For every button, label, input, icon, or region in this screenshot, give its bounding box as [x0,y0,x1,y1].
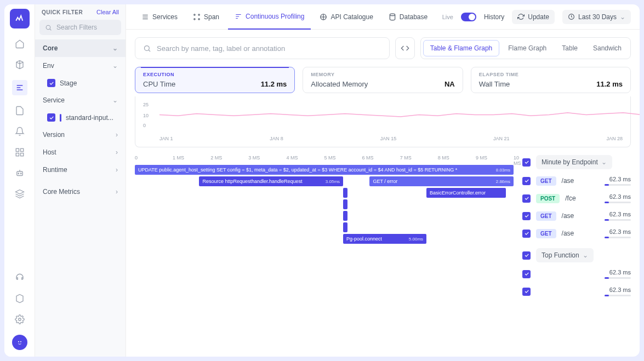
filter-section-core[interactable]: Core⌄ [35,39,126,57]
tab-database[interactable]: Database [382,4,434,30]
http-method-badge: POST [536,194,560,203]
svg-rect-0 [16,148,19,151]
grid-icon[interactable] [14,147,25,158]
right-panel: Minute by Endpoint⌄ GET/ase62.3 msPOST/f… [522,155,631,304]
endpoint-path: /fce [565,194,599,202]
bell-icon[interactable] [14,126,25,137]
card-execution[interactable]: EXECUTION CPU Time11.2 ms [135,67,295,93]
home-icon[interactable] [14,38,25,49]
tab-continuous-profiling[interactable]: Continuous Profiling [228,4,311,30]
svg-point-14 [198,18,200,19]
logo [10,9,30,28]
endpoint-item[interactable]: GET/ase62.3 ms [522,176,631,186]
checkbox-checked-icon[interactable] [522,194,531,203]
history-label: History [484,13,504,21]
clock-icon [568,13,575,20]
chevron-down-icon: ⌄ [112,96,118,104]
filter-section-version[interactable]: Version› [35,126,126,144]
checkbox-checked-icon[interactable] [522,251,531,260]
view-switcher: Table & Flame Graph Flame Graph Table Sa… [420,37,631,59]
endpoint-ms: 62.3 ms [609,176,631,182]
chevron-right-icon: › [116,148,118,156]
search-icon [143,44,151,53]
top-function-select[interactable]: Top Function⌄ [536,248,594,262]
card-memory[interactable]: MEMORY Allocated MemoryNA [303,67,463,93]
layers-icon[interactable] [14,188,25,199]
tab-span[interactable]: Span [186,4,226,30]
svg-point-5 [18,173,19,174]
endpoint-path: /ase [562,212,599,220]
code-button[interactable] [395,37,415,59]
chevron-down-icon: ⌄ [112,62,118,70]
minute-by-endpoint-select[interactable]: Minute by Endpoint⌄ [536,155,612,169]
document-icon[interactable] [14,105,25,116]
main-search-input[interactable]: Search by name, tag, label or annotation [135,37,390,59]
checkbox-checked-icon[interactable] [522,288,531,296]
headset-icon[interactable] [14,272,25,283]
checkbox-checked-icon[interactable] [522,230,531,238]
flame-bar[interactable]: UPDATE public.agent_host_setting SET con… [135,165,514,175]
flame-bar-small[interactable] [343,222,347,232]
quick-filter-title: QUICK FILTER [42,9,83,15]
view-sandwich[interactable]: Sandwich [586,41,628,56]
checkbox-checked-icon[interactable] [522,212,531,220]
nav-rail [4,4,35,357]
tab-api-catalogue[interactable]: API Catalogue [313,4,379,30]
function-label: 62.3 ms [536,269,631,279]
checkbox-checked-icon[interactable] [522,270,531,278]
time-axis: 01 MS2 MS3 MS4 MS5 MS6 MS7 MS8 MS9 MS10 … [135,155,514,162]
chevron-right-icon: › [116,166,118,174]
filter-section-host[interactable]: Host› [35,144,126,161]
flame-bar[interactable]: BasicErrorController.error [426,188,506,198]
date-range-button[interactable]: Last 30 Days⌄ [562,10,631,24]
function-item[interactable]: 62.3 ms [522,286,631,296]
flame-bar-small[interactable] [343,188,347,198]
view-flame[interactable]: Flame Graph [501,41,553,56]
svg-point-11 [194,14,195,15]
flame-bar-small[interactable] [343,199,347,209]
cube-icon[interactable] [14,59,25,70]
checkbox-checked-icon[interactable] [522,177,531,185]
search-icon [45,24,52,31]
flame-bar[interactable]: GET / error2.86ms [369,176,514,186]
svg-point-8 [18,341,19,342]
endpoint-item[interactable]: GET/ase62.3 ms [522,228,631,238]
package-icon[interactable] [14,293,25,304]
color-indicator [60,114,61,122]
avatar[interactable] [12,335,27,350]
filter-item-standard-input[interactable]: standard-input... [35,109,126,126]
view-table-flame[interactable]: Table & Flame Graph [423,40,499,56]
checkbox-checked-icon[interactable] [522,158,531,167]
flame-bar[interactable]: Resource httpRequesthandler.handleReques… [199,176,343,186]
filter-search-input[interactable]: Search Filters [39,20,121,35]
view-table[interactable]: Table [555,41,584,56]
update-button[interactable]: Update [512,10,555,24]
card-elapsed[interactable]: ELAPSED TIME Wall Time11.2 ms [471,67,631,93]
endpoint-item[interactable]: GET/ase62.3 ms [522,211,631,221]
filter-section-core-metrics[interactable]: Core Metrics› [35,183,126,200]
flame-bar-small[interactable] [343,211,347,221]
svg-point-9 [20,341,21,342]
progress-bar [605,295,631,296]
svg-point-18 [145,45,150,50]
sparkline-svg [159,102,640,127]
bot-icon[interactable] [14,168,25,179]
chevron-down-icon: ⌄ [601,158,607,166]
endpoint-ms: 62.3 ms [609,211,631,217]
endpoint-item[interactable]: POST/fce62.3 ms [522,193,631,203]
flame-bar[interactable]: Pg-pool.connect5.00ms [343,234,426,244]
function-item[interactable]: 62.3 ms [522,269,631,279]
list-icon[interactable] [12,80,27,95]
settings-icon[interactable] [14,314,25,325]
tab-services[interactable]: Services [135,4,184,30]
function-ms: 62.3 ms [609,286,631,293]
live-toggle[interactable] [461,13,476,21]
svg-point-16 [390,14,395,16]
progress-bar [605,184,631,186]
clear-all-button[interactable]: Clear All [96,9,119,15]
chevron-right-icon: › [116,188,118,196]
filter-section-service[interactable]: Service⌄ [35,91,126,109]
filter-section-env[interactable]: Env⌄ [35,57,126,75]
filter-section-runtime[interactable]: Runtime› [35,161,126,179]
filter-item-stage[interactable]: Stage [35,75,126,91]
